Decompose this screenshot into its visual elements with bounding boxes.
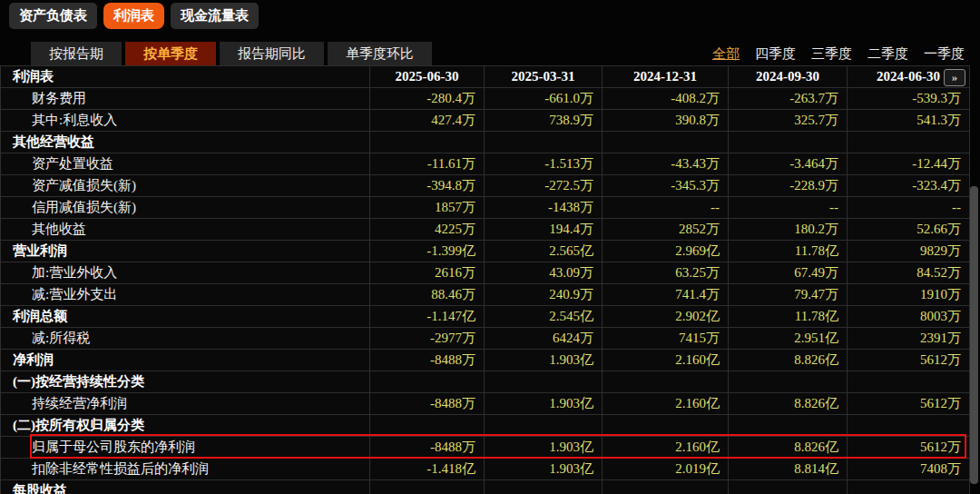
table-cell: -539.3万 xyxy=(848,88,970,110)
table-cell: -8488万 xyxy=(370,350,485,371)
report-tab-bar: 资产负债表利润表现金流量表 xyxy=(9,3,259,29)
row-label: 归属于母公司股东的净利润 xyxy=(1,437,370,459)
row-label: 信用减值损失(新) xyxy=(1,197,370,219)
table-cell: 390.8万 xyxy=(603,110,729,132)
table-cell: 4225万 xyxy=(370,219,485,241)
table-cell: 541.3万 xyxy=(848,110,970,132)
table-cell: 240.9万 xyxy=(485,284,603,306)
table-cell: 2.019亿 xyxy=(603,459,729,480)
row-label: 营业利润 xyxy=(1,241,370,262)
table-cell: 1.903亿 xyxy=(485,350,603,371)
report-tab[interactable]: 现金流量表 xyxy=(171,3,259,29)
report-tab[interactable]: 利润表 xyxy=(103,3,164,29)
table-cell: 2616万 xyxy=(370,262,485,284)
table-cell: 2.902亿 xyxy=(603,306,729,328)
table-cell: -1.399亿 xyxy=(370,241,485,262)
table-cell: 1.903亿 xyxy=(485,459,603,480)
next-columns-button[interactable]: » xyxy=(944,69,965,86)
table-cell: 2.160亿 xyxy=(603,437,729,459)
table-cell: 8003万 xyxy=(848,306,970,328)
row-label: 加:营业外收入 xyxy=(1,262,370,284)
row-label: 净利润 xyxy=(1,350,370,371)
quarter-filter[interactable]: 二季度 xyxy=(867,44,908,64)
table-cell: 8.814亿 xyxy=(729,459,848,480)
table-cell: 741.4万 xyxy=(603,284,729,306)
table-cell: -1.147亿 xyxy=(370,306,485,328)
income-statement-table: 利润表2025-06-302025-03-312024-12-312024-09… xyxy=(0,65,970,494)
quarter-filter[interactable]: 一季度 xyxy=(924,44,965,64)
table-cell: -- xyxy=(729,197,848,219)
table-cell: -661.0万 xyxy=(485,88,603,110)
report-tab[interactable]: 资产负债表 xyxy=(9,3,97,29)
table-cell xyxy=(848,480,970,494)
column-header-date: 2025-06-30 xyxy=(370,66,485,88)
column-header-date: 2025-03-31 xyxy=(485,66,603,88)
table-cell: -43.43万 xyxy=(603,153,729,175)
quarter-filter-bar: 全部四季度三季度二季度一季度 xyxy=(712,44,965,64)
table-cell: 7415万 xyxy=(603,328,729,350)
row-label: 每股收益 xyxy=(1,480,370,494)
table-cell xyxy=(603,132,729,153)
table-cell: -8488万 xyxy=(370,393,485,415)
table-cell xyxy=(603,415,729,437)
table-cell xyxy=(729,132,848,153)
table-cell: 8.826亿 xyxy=(729,393,848,415)
quarter-filter[interactable]: 三季度 xyxy=(811,44,852,64)
table-cell: 43.09万 xyxy=(485,262,603,284)
table-cell: -11.61万 xyxy=(370,153,485,175)
table-cell xyxy=(603,480,729,494)
table-cell: 2.160亿 xyxy=(603,393,729,415)
table-cell: -394.8万 xyxy=(370,175,485,197)
table-cell: 5612万 xyxy=(848,437,970,459)
table-cell xyxy=(729,415,848,437)
table-cell: 1910万 xyxy=(848,284,970,306)
row-label: 其中:利息收入 xyxy=(1,110,370,132)
table-cell: -280.4万 xyxy=(370,88,485,110)
table-cell: 9829万 xyxy=(848,241,970,262)
table-cell: 325.7万 xyxy=(729,110,848,132)
table-cell: 2.969亿 xyxy=(603,241,729,262)
table-cell: -3.464万 xyxy=(729,153,848,175)
table-cell: 8.826亿 xyxy=(729,437,848,459)
table-cell xyxy=(370,132,485,153)
view-tab[interactable]: 报告期同比 xyxy=(220,42,324,65)
table-cell: -1.513万 xyxy=(485,153,603,175)
view-tab[interactable]: 单季度环比 xyxy=(328,42,432,65)
table-cell: -2977万 xyxy=(370,328,485,350)
quarter-filter[interactable]: 四季度 xyxy=(755,44,796,64)
table-cell xyxy=(370,371,485,393)
quarter-filter[interactable]: 全部 xyxy=(712,44,740,64)
column-header-date: 2024-06-30» xyxy=(848,66,970,88)
row-label: 减:所得税 xyxy=(1,328,370,350)
table-cell xyxy=(848,132,970,153)
table-cell: 194.4万 xyxy=(485,219,603,241)
table-cell: -8488万 xyxy=(370,437,485,459)
table-cell: 5612万 xyxy=(848,393,970,415)
table-cell: -1.418亿 xyxy=(370,459,485,480)
table-cell xyxy=(603,371,729,393)
table-cell: 67.49万 xyxy=(729,262,848,284)
column-header-date: 2024-09-30 xyxy=(729,66,848,88)
table-cell xyxy=(729,480,848,494)
table-cell: -228.9万 xyxy=(729,175,848,197)
table-cell: -408.2万 xyxy=(603,88,729,110)
vertical-scrollbar-thumb[interactable] xyxy=(970,186,978,484)
view-tab[interactable]: 按单季度 xyxy=(125,42,216,65)
table-cell: 52.66万 xyxy=(848,219,970,241)
view-tab[interactable]: 按报告期 xyxy=(31,42,122,65)
table-cell: 738.9万 xyxy=(485,110,603,132)
table-cell: 5612万 xyxy=(848,350,970,371)
row-label: 持续经营净利润 xyxy=(1,393,370,415)
table-cell xyxy=(485,415,603,437)
table-cell xyxy=(370,480,485,494)
table-cell: -- xyxy=(848,197,970,219)
table-cell xyxy=(485,132,603,153)
table-cell: 2.160亿 xyxy=(603,350,729,371)
table-cell xyxy=(370,415,485,437)
table-title-header: 利润表 xyxy=(1,66,370,88)
table-cell: 79.47万 xyxy=(729,284,848,306)
table-cell: 2.565亿 xyxy=(485,241,603,262)
table-cell xyxy=(848,415,970,437)
table-cell: -323.4万 xyxy=(848,175,970,197)
column-header-date: 2024-12-31 xyxy=(603,66,729,88)
